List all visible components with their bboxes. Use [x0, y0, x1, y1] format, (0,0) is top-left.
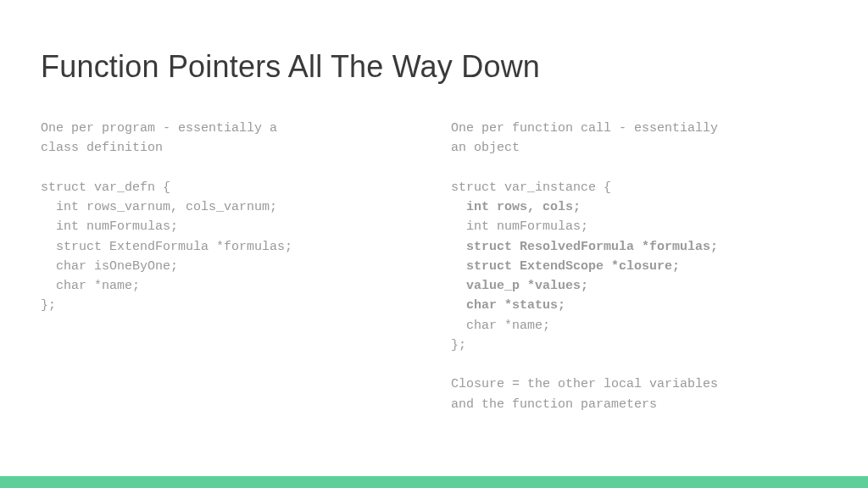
right-line-7: char *name; [451, 319, 550, 333]
right-line-6: char *status; [451, 298, 565, 313]
right-line-4: struct ExtendScope *closure; [451, 259, 680, 274]
left-line-1: int rows_varnum, cols_varnum; [41, 200, 277, 214]
left-struct-open: struct var_defn { [41, 180, 170, 195]
page-title: Function Pointers All The Way Down [41, 49, 827, 85]
left-line-3: struct ExtendFormula *formulas; [41, 240, 292, 254]
right-struct-open: struct var_instance { [451, 180, 611, 195]
accent-bar [0, 476, 868, 488]
left-line-4: char isOneByOne; [41, 259, 178, 274]
slide: Function Pointers All The Way Down One p… [0, 0, 868, 488]
right-heading: One per function call - essentially an o… [451, 121, 718, 155]
right-line-2: int numFormulas; [451, 219, 588, 234]
right-column: One per function call - essentially an o… [451, 119, 827, 414]
left-line-5: char *name; [41, 279, 140, 293]
left-line-2: int numFormulas; [41, 219, 178, 234]
right-footer: Closure = the other local variables and … [451, 377, 718, 411]
left-heading: One per program - essentially a class de… [41, 121, 277, 155]
right-line-1: int rows, cols; [451, 200, 581, 214]
left-column: One per program - essentially a class de… [41, 119, 417, 414]
right-line-5: value_p *values; [451, 279, 588, 293]
right-line-3: struct ResolvedFormula *formulas; [451, 240, 718, 254]
columns: One per program - essentially a class de… [41, 119, 827, 414]
left-struct-close: }; [41, 298, 56, 313]
right-struct-close: }; [451, 338, 466, 352]
